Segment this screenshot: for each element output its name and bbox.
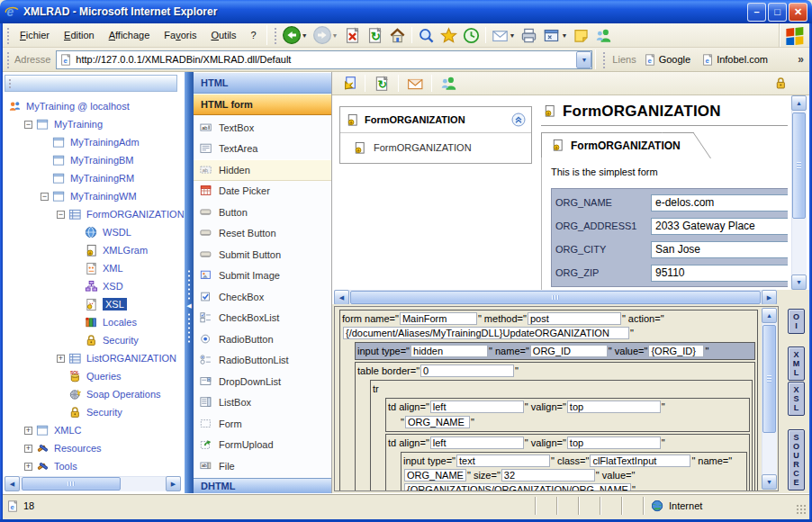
scroll-up-arrow[interactable]: ▲ [791,95,807,111]
tree-item-mytrainingwm[interactable]: −MyTrainingWM [3,187,185,205]
tree-expander-minus-icon[interactable]: − [57,211,65,219]
tree-item-xml[interactable]: XML [3,259,185,277]
scroll-thumb[interactable] [762,325,776,433]
menu-item-5[interactable]: ? [244,26,264,44]
tree-item-xsd[interactable]: XSD [3,277,185,295]
scroll-track[interactable] [20,476,166,491]
toolbar-grip[interactable] [5,50,11,68]
publish-button[interactable] [338,75,358,93]
editor-tab-source[interactable]: S O U R C E [788,429,805,490]
scroll-thumb[interactable] [22,477,121,490]
notes-button[interactable] [571,26,591,45]
tree-item-tools[interactable]: +Tools [3,457,185,475]
code-node[interactable]: td align="left" valign="top"input type="… [385,434,750,491]
code-field-input[interactable]: {/document/Aliases/MyTrainingDLL}UpdateO… [343,327,629,339]
tree-expander-minus-icon[interactable]: − [24,121,32,129]
envelope-button[interactable] [405,75,425,93]
tree-expander-plus-icon[interactable]: + [24,463,32,471]
code-field-input[interactable]: {ORG_ID} [648,345,704,357]
toolbar-grip[interactable] [601,50,607,68]
tree-expander-plus-icon[interactable]: + [24,427,32,435]
code-node[interactable]: input type="text" class="clFlatTextInput… [401,452,747,491]
tree-item-mytrainingbm[interactable]: MyTrainingBM [3,151,185,169]
toolbox-item-dropdownlist[interactable]: DropDownList [194,371,331,392]
minimize-button[interactable]: – [747,3,766,22]
code-field-input[interactable]: 0 [420,364,514,377]
tree-item-mytrainingrm[interactable]: MyTrainingRM [3,169,185,187]
editor-tab-xml[interactable]: X M L [788,346,805,381]
toolbox-item-checkboxlist[interactable]: CheckBoxList [194,308,331,329]
history-button[interactable] [461,26,482,45]
toolbox-item-form[interactable]: Form [194,413,331,435]
code-field-input[interactable]: left [430,436,524,449]
collapse-chevrons-icon[interactable] [511,112,526,127]
scroll-down-arrow[interactable]: ▼ [762,474,777,490]
toolbox-group-html[interactable]: HTML [194,72,331,94]
dropdown-arrow-icon[interactable]: ▼ [561,32,567,39]
toolbar-grip[interactable] [5,26,11,44]
scroll-track[interactable] [791,111,807,274]
forward-button[interactable]: ▼ [311,25,340,45]
card-item-formorganization[interactable]: FormORGANIZATION [340,133,531,162]
link-infobelcom[interactable]: eInfobel.com [698,53,775,67]
code-field-input[interactable]: ORG_NAME [404,469,466,482]
toolbar-overflow-chevron[interactable]: » [798,53,804,66]
menu-item-3[interactable]: Favoris [157,26,203,44]
tree-item-mytraining---localhost[interactable]: MyTraining @ localhost [3,97,185,115]
tree-expander-plus-icon[interactable]: + [57,355,65,363]
panel-splitter[interactable]: ◀ [185,72,194,493]
toolbox-group-html-form[interactable]: HTML form [194,94,331,115]
code-node[interactable]: input type="hidden" name="ORG_ID" value=… [355,342,755,360]
page-refresh-button[interactable]: ↻ [372,75,392,93]
menu-item-1[interactable]: Edition [57,26,102,44]
home-button[interactable] [387,26,408,45]
toolbox-item-date-picker[interactable]: Date Picker [194,181,331,202]
code-field-input[interactable]: top [567,400,661,413]
menu-item-4[interactable]: Outils [203,26,243,44]
scroll-thumb[interactable] [350,291,761,304]
tree-item-formorganization[interactable]: −FormORGANIZATION [3,205,185,223]
code-field-input[interactable]: 32 [501,469,595,482]
toolbox-item-listbox[interactable]: ListBox [194,392,331,414]
toolbox-item-reset-button[interactable]: Reset Button [194,223,331,245]
mail-button[interactable]: ▼ [490,26,518,45]
toolbox-item-checkbox[interactable]: CheckBox [194,286,331,308]
toolbox-item-formupload[interactable]: FormUpload [194,435,331,456]
tree-panel-header[interactable] [5,75,177,92]
tree-item-resources[interactable]: +Resources [3,439,185,457]
tree-expander-minus-icon[interactable]: − [41,193,49,201]
toolbox-item-textbox[interactable]: abTextBox [194,117,331,139]
editor-tab-oi[interactable]: O I [788,309,805,334]
code-field-input[interactable]: post [528,312,621,325]
toolbox-item-submit-image[interactable]: Submit Image [194,266,331,287]
code-field-input[interactable]: ORG_NAME [405,416,470,428]
back-button[interactable]: ▼ [281,25,310,45]
tab-formorganization[interactable]: FormORGANIZATION [541,132,690,158]
print-button[interactable] [519,26,539,45]
favorites-button[interactable] [438,26,459,45]
scroll-track[interactable] [762,323,777,474]
scroll-down-arrow[interactable]: ▼ [791,274,807,290]
menu-item-0[interactable]: Fichier [13,26,57,44]
scroll-right-arrow[interactable]: ▶ [166,476,181,491]
scroll-up-arrow[interactable]: ▲ [762,308,777,323]
code-field-input[interactable]: {ORGANIZATIONS/ORGANIZATION/ORG_NAME [404,483,631,491]
toolbox-item-radiobuttonlist[interactable]: RadioButtonList [194,350,331,372]
field-input-org_city[interactable]: San Jose [651,241,788,258]
field-input-org_address1[interactable]: 2033 Gateway Place [651,218,788,235]
scroll-thumb[interactable] [792,112,806,219]
code-field-input[interactable]: hidden [411,345,488,357]
toolbox-group-dhtml[interactable]: DHTML [194,478,331,493]
code-node[interactable]: "ORG_NAME " [399,415,747,429]
tree-horizontal-scrollbar[interactable]: ◀ ▶ [5,476,181,491]
code-field-input[interactable]: top [567,436,661,449]
tree-item-mytrainingadm[interactable]: MyTrainingAdm [3,133,185,151]
editor-vertical-scrollbar[interactable]: ▲ ▼ [762,308,777,490]
code-field-input[interactable]: MainForm [400,312,477,325]
tree-item-queries[interactable]: SQLQueries [3,367,185,385]
tree-item-wsdl[interactable]: WSDL [3,223,185,241]
toolbox-item-radiobutton[interactable]: RadioButton [194,328,331,350]
dropdown-arrow-icon[interactable]: ▼ [332,32,338,39]
search-button[interactable] [416,26,437,45]
dropdown-arrow-icon[interactable]: ▼ [302,32,308,39]
